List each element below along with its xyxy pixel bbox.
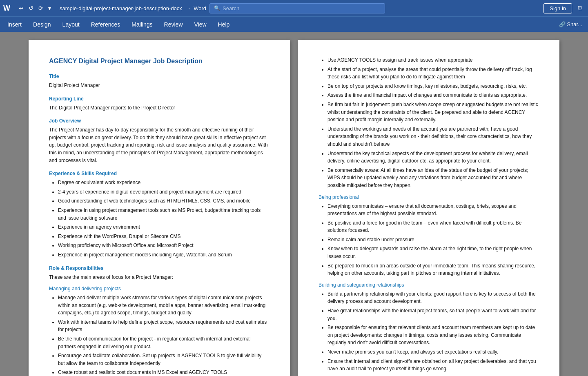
heading-reporting-line: Reporting Line	[49, 95, 270, 102]
doc-title: AGENCY Digital Project Manager Job Descr…	[49, 56, 270, 66]
list-item: Encourage and facilitate collaboration. …	[58, 352, 270, 367]
list-item: Remain calm and stable under pressure.	[327, 236, 539, 244]
experience-list: Degree or equivalent work experience 2-4…	[58, 179, 270, 258]
menu-bar: Insert Design Layout References Mailings…	[0, 16, 588, 32]
search-bar[interactable]: 🔍	[209, 3, 385, 13]
search-input[interactable]	[223, 5, 381, 11]
document-filename: sample-digital-project-manager-job-descr…	[60, 5, 182, 11]
quick-access-button[interactable]: ▾	[46, 4, 53, 12]
restore-button[interactable]: ⧉	[575, 4, 585, 13]
list-item: Use AGENCY TOOLS to assign and track iss…	[327, 56, 539, 64]
menu-layout[interactable]: Layout	[57, 19, 85, 30]
heading-job-overview: Job Overview	[49, 117, 270, 125]
reporting-line-value: The Digital Project Manager reports to t…	[49, 104, 270, 112]
menu-design[interactable]: Design	[27, 19, 57, 30]
autosave-button[interactable]: ⟳	[36, 4, 45, 12]
menu-review[interactable]: Review	[158, 19, 189, 30]
list-item: Assess the time and financial impact of …	[327, 91, 539, 99]
share-button[interactable]: 🔗 Shar...	[555, 20, 586, 29]
app-name-separator: -	[189, 5, 190, 11]
role-intro: These are the main areas of focus for a …	[49, 274, 270, 281]
list-item: Be the hub of communication for the proj…	[58, 335, 270, 350]
menu-mailings[interactable]: Mailings	[126, 19, 158, 30]
page-left: AGENCY Digital Project Manager Job Descr…	[29, 40, 290, 376]
window-controls: W	[3, 4, 12, 13]
list-item: Be firm but fair in judgement: push back…	[327, 101, 539, 124]
list-item: At the start of a project, analyse the a…	[327, 66, 539, 81]
list-item: Experience in project management models …	[58, 251, 270, 259]
list-item: Experience with the WordPress, Drupal or…	[58, 233, 270, 240]
list-item: Be on top of your projects and know timi…	[327, 82, 539, 90]
list-item: Experience in an agency environment	[58, 223, 270, 231]
list-item: Be responsible for ensuring that relevan…	[327, 324, 539, 347]
subheading-professional: Being professional	[318, 194, 539, 201]
list-item: Be commercially aware: At all times have…	[327, 167, 539, 189]
subheading-managing: Managing and delivering projects	[49, 285, 270, 292]
title-bar: W ↩ ↺ ⟳ ▾ sample-digital-project-manager…	[0, 0, 588, 16]
undo-button[interactable]: ↩	[17, 4, 26, 12]
search-icon: 🔍	[214, 5, 220, 11]
professional-list: Everything communicates – ensure that al…	[327, 202, 539, 277]
document-area: AGENCY Digital Project Manager Job Descr…	[0, 32, 588, 376]
list-item: Good understanding of web technologies s…	[58, 197, 270, 205]
undo-redo-group: ↩ ↺ ⟳ ▾	[17, 4, 53, 12]
list-item: Be positive and a force for good in the …	[327, 219, 539, 234]
list-item: Ensure that internal and client sign-off…	[327, 358, 539, 373]
list-item: Understand the key technical aspects of …	[327, 150, 539, 165]
list-item: Working proficiency with Microsoft Offic…	[58, 242, 270, 249]
managing-list: Manage and deliver multiple work streams…	[58, 294, 270, 376]
heading-role: Role & Responsibilities	[49, 265, 270, 272]
list-item: 2-4 years of experience in digital devel…	[58, 188, 270, 196]
menu-help[interactable]: Help	[212, 19, 236, 30]
heading-experience: Experience & Skills Required	[49, 170, 270, 177]
list-item: Know when to delegate upwards and raise …	[327, 245, 539, 260]
signin-button[interactable]: Sign in	[543, 3, 572, 13]
page-right: Use AGENCY TOOLS to assign and track iss…	[298, 40, 559, 376]
menu-references[interactable]: References	[85, 19, 126, 30]
list-item: Build a partnership relationship with yo…	[327, 290, 539, 305]
list-item: Never make promises you can't keep, and …	[327, 348, 539, 356]
list-item: Be prepared to muck in on areas outside …	[327, 262, 539, 277]
list-item: Have great relationships with the intern…	[327, 307, 539, 322]
redo-button[interactable]: ↺	[27, 4, 36, 12]
app-name: Word	[194, 5, 206, 11]
list-item: Create robust and realistic cost documen…	[58, 369, 270, 376]
relationships-list: Build a partnership relationship with yo…	[327, 290, 539, 376]
list-item: Degree or equivalent work experience	[58, 179, 270, 187]
title-value: Digital Project Manager	[49, 82, 270, 89]
list-item: Where possible don't back your client in…	[327, 374, 539, 376]
menu-insert[interactable]: Insert	[2, 19, 27, 30]
heading-title: Title	[49, 73, 270, 80]
list-item: Experience in using project management t…	[58, 207, 270, 222]
list-item: Manage and deliver multiple work streams…	[58, 294, 270, 317]
menu-view[interactable]: View	[189, 19, 212, 30]
subheading-relationships: Building and safeguarding relationships	[318, 281, 539, 289]
list-item: Work with internal teams to help define …	[58, 318, 270, 334]
list-item: Understand the workings and needs of the…	[327, 125, 539, 148]
list-item: Everything communicates – ensure that al…	[327, 202, 539, 218]
continuation-list: Use AGENCY TOOLS to assign and track iss…	[327, 56, 539, 189]
word-icon: W	[3, 4, 10, 13]
job-overview-text: The Project Manager has day-to-day respo…	[49, 126, 270, 164]
